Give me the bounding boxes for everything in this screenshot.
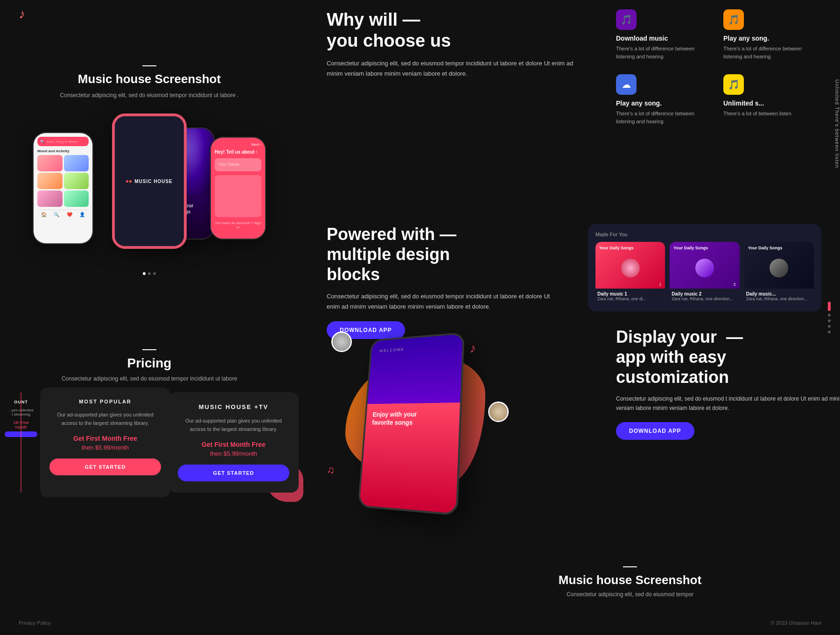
feature-unlimited-desc: There's a lot of between listen: [723, 110, 821, 118]
feature-play-desc: There's a lot of difference between list…: [723, 45, 821, 60]
carousel-dots: [0, 272, 299, 275]
hey-tell-text: Hey! Tell us about :: [215, 149, 261, 155]
phone-3d-section: ♪ ♫ 𝄞 WELCOME Enjoy with yourfavorite so…: [317, 327, 504, 514]
unlimited-icon: 🎵: [723, 74, 744, 95]
phone-form: Next › Hey! Tell us about : Your Name Yo…: [210, 137, 266, 240]
avatar-mid: [488, 402, 509, 422]
scroll-dot-3[interactable]: [828, 319, 831, 322]
made-for-you-label: Made For You: [595, 232, 814, 237]
powered-heading-line3: blocks: [327, 264, 560, 284]
scroll-dot-4[interactable]: [828, 325, 831, 328]
pricing-heading: Pricing: [0, 356, 299, 371]
tv-get-started-button[interactable]: GET STARTED: [178, 465, 289, 481]
tv-desc: Our ad-supported plan gives you unlimite…: [178, 417, 289, 433]
display-section: Display your — app with easy customizati…: [616, 327, 840, 440]
powered-description: Consectetur adipiscing elit, sed do eius…: [327, 291, 560, 312]
music-card-2-image: Your Daily Songs 2: [670, 242, 739, 289]
music-house-logo: MUSIC HOUSE: [126, 179, 173, 184]
phone-3d-mockup: WELCOME Enjoy with yourfavorite songs: [357, 332, 464, 515]
pricing-section: Pricing Consectetur adipiscing elit, sed…: [0, 346, 299, 493]
scroll-dot-1[interactable]: [828, 302, 831, 311]
copyright: © 2019 Ghassan Hani: [771, 620, 821, 626]
music-card-3-image: Your Daily Songs: [744, 242, 814, 289]
music-note-1: ♪: [469, 341, 476, 356]
pricing-card-tv: MUSIC HOUSE +TV Our ad-supported plan gi…: [168, 392, 299, 493]
screenshot-subtext: Consectetur adipiscing elit, sed do eius…: [0, 91, 299, 99]
display-download-button[interactable]: DOWNLOAD APP: [616, 422, 694, 440]
popular-badge: MOST POPULAR: [49, 399, 161, 404]
feature-unlimited-name: Unlimited s...: [723, 99, 821, 107]
tv-price-line2: then $5.99/month: [178, 450, 289, 457]
pricing-card-popular: MOST POPULAR Our ad-supported plan gives…: [40, 388, 170, 497]
logo-icon: ♪: [19, 7, 25, 21]
screenshot-section: Music house Screenshot Consectetur adipi…: [0, 28, 299, 275]
why-description: Consectetur adipiscing elit, sed do eius…: [327, 58, 588, 79]
popular-price-line2: then $5.99/month: [49, 444, 161, 451]
display-description: Consectetur adipiscing elit, sed do eius…: [616, 394, 840, 413]
feature-cloud-desc: There's a lot of difference between list…: [616, 110, 714, 125]
header: ♪: [0, 0, 840, 28]
mood-item: [64, 155, 89, 171]
screenshot-2-heading: Music house Screenshot: [513, 573, 747, 587]
scroll-dot-5[interactable]: [828, 331, 831, 333]
mood-item: [64, 173, 89, 189]
powered-section: Powered with — multiple design blocks Co…: [327, 224, 560, 339]
scroll-indicator: [828, 302, 831, 333]
screenshot-2-subtext: Consectetur adipiscing elit, sed do eius…: [513, 591, 747, 598]
dot-2[interactable]: [148, 272, 151, 275]
dot-3[interactable]: [153, 272, 156, 275]
dot-1[interactable]: [143, 272, 146, 275]
phone-search-bar[interactable]: 🔍 Artist, Song or Album: [37, 137, 89, 146]
phone-left: 🔍 Artist, Song or Album Mood and Activit…: [33, 132, 93, 244]
pricing-subtext: Consectetur adipiscing elit, sed do eius…: [0, 374, 299, 383]
made-for-you-card: Made For You Your Daily Songs 1 Daily mu…: [588, 224, 821, 311]
pricing-cards: OUNT ...yes unlimitedt streaming 1th Fre…: [0, 392, 299, 493]
unlimited-sidebar-text: Unlimited There's between listen: [834, 79, 840, 168]
popular-price-line1: Get First Month Free: [49, 435, 161, 442]
phones-container: 🔍 Artist, Song or Album Mood and Activit…: [19, 109, 280, 268]
feature-play-name: Play any song.: [723, 35, 821, 42]
powered-heading-line1: Powered with —: [327, 224, 560, 244]
screenshot-heading: Music house Screenshot: [0, 72, 299, 86]
feature-unlimited: 🎵 Unlimited s... There's a lot of betwee…: [723, 74, 821, 125]
display-heading: Display your —: [616, 327, 743, 346]
feature-download-name: Download music: [616, 35, 714, 42]
feature-cloud: ☁ Play any song. There's a lot of differ…: [616, 74, 714, 125]
privacy-policy[interactable]: Privacy Policy: [19, 620, 50, 626]
avatar-top: [331, 332, 352, 352]
pricing-card-discount: OUNT ...yes unlimitedt streaming 1th Fre…: [0, 392, 42, 493]
screenshot-2-section: Music house Screenshot Consectetur adipi…: [513, 566, 747, 598]
music-card-2: Your Daily Songs 2 Daily music 2 Zara ru…: [670, 242, 739, 304]
feature-cloud-name: Play any song.: [616, 99, 714, 107]
music-note-2: ♫: [327, 464, 335, 476]
mood-item: [37, 173, 63, 189]
music-card-3: Your Daily Songs Daily music... Zara rue…: [744, 242, 814, 304]
scroll-dot-2[interactable]: [828, 314, 831, 317]
feature-download-desc: There's a lot of difference between list…: [616, 45, 714, 60]
music-card-1: Your Daily Songs 1 Daily music 1 Zara ru…: [595, 242, 665, 304]
cloud-icon: ☁: [616, 74, 637, 95]
footer: Privacy Policy © 2019 Ghassan Hani: [0, 620, 840, 626]
mood-item: [37, 155, 63, 171]
tv-plan-name: MUSIC HOUSE +TV: [178, 403, 289, 410]
mood-item: [37, 190, 63, 207]
phone-main: MUSIC HOUSE: [112, 113, 187, 249]
powered-heading-line2: multiple design: [327, 244, 560, 264]
music-card-1-image: Your Daily Songs 1: [595, 242, 665, 289]
popular-desc: Our ad-supported plan gives you unlimite…: [49, 411, 161, 427]
music-cards: Your Daily Songs 1 Daily music 1 Zara ru…: [595, 242, 814, 304]
name-input-preview: Your Name: [215, 158, 261, 171]
tv-price-line1: Get First Month Free: [178, 441, 289, 448]
mood-item: [64, 190, 89, 207]
popular-get-started-button[interactable]: GET STARTED: [49, 459, 161, 475]
